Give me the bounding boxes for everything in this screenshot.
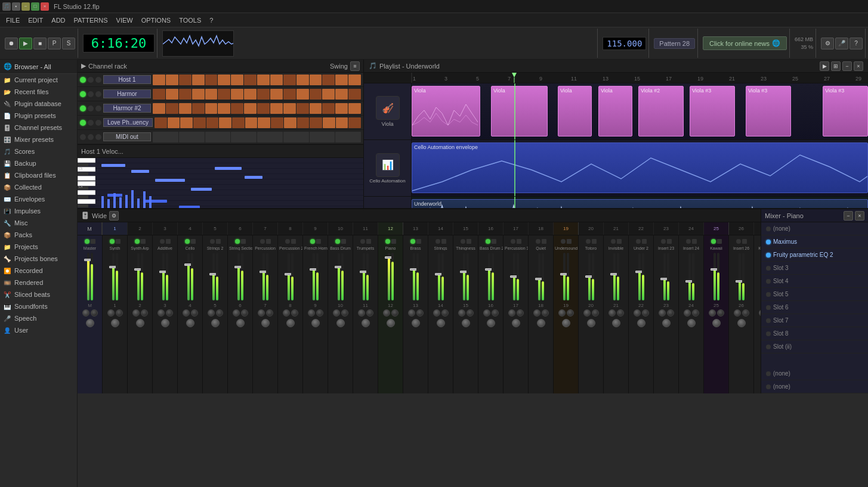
pattern-block[interactable] [335, 103, 348, 114]
pattern-block[interactable] [244, 89, 257, 100]
insert-slot-maximus[interactable]: Maximus [761, 235, 868, 249]
pattern-block[interactable] [323, 117, 335, 128]
clip-cello-automation[interactable]: Cello Automation envelope [412, 142, 868, 193]
pattern-block[interactable] [348, 103, 361, 114]
ch-mute[interactable] [467, 239, 471, 244]
ch-knob-1[interactable] [458, 309, 465, 317]
ch-pan-knob[interactable] [712, 319, 721, 327]
ch-led[interactable] [335, 239, 340, 244]
ch-knob-2[interactable] [667, 309, 674, 317]
pattern-block[interactable] [348, 89, 361, 100]
mixer-channel-23[interactable]: Insert 23 23 [654, 235, 679, 393]
ch-knob-2[interactable] [692, 309, 699, 317]
ch-knob-1[interactable] [132, 309, 140, 317]
ch-led[interactable] [210, 239, 215, 244]
ch-knob-2[interactable] [341, 309, 348, 317]
track-content-viola[interactable]: Viola Viola Viola [412, 83, 868, 139]
ch-led[interactable] [310, 239, 315, 244]
channel-led[interactable] [80, 120, 86, 126]
mixer-channel-22[interactable]: Under 2 22 [629, 235, 654, 393]
channel-led[interactable] [80, 106, 86, 111]
channel-name-midi[interactable]: MIDI out [103, 132, 151, 141]
pattern-block[interactable] [310, 89, 322, 100]
ch-pan-knob[interactable] [487, 319, 495, 327]
pattern-block[interactable] [322, 103, 335, 114]
ch-knob-1[interactable] [709, 309, 716, 317]
mixer-channel-6[interactable]: String Section 6 [228, 235, 253, 393]
ch-mute[interactable] [266, 239, 271, 244]
ch-mute[interactable] [316, 239, 321, 244]
clip-viola-3[interactable]: Viola [558, 86, 592, 137]
pattern-block[interactable] [257, 132, 283, 142]
ch-led[interactable] [561, 239, 566, 244]
fader-knob[interactable] [761, 271, 761, 273]
mixer-channel-19[interactable]: Undersound 19 [554, 235, 579, 393]
ch-knob-2[interactable] [742, 309, 749, 317]
ch-mute[interactable] [592, 239, 597, 244]
sidebar-item-speech[interactable]: 🎤 Speech [0, 312, 77, 324]
ch-knob-1[interactable] [208, 309, 215, 317]
pattern-block[interactable] [310, 132, 335, 142]
pattern-block[interactable] [257, 103, 270, 114]
ch-mute[interactable] [517, 239, 521, 244]
ch-knob-2[interactable] [717, 309, 724, 317]
ch-knob-1[interactable] [258, 309, 265, 317]
note-grid[interactable] [95, 158, 363, 208]
mixer-channel-26[interactable]: Insert 26 26 [729, 235, 754, 393]
pattern-block[interactable] [244, 75, 257, 85]
ch-knob-1[interactable] [558, 309, 566, 317]
pattern-block[interactable] [232, 117, 245, 128]
pattern-block[interactable] [310, 75, 322, 85]
mixer-channel-14[interactable]: Strings 14 [428, 235, 453, 393]
insert-slot-6[interactable]: Slot 6 [761, 301, 868, 314]
ch-knob-2[interactable] [291, 309, 298, 317]
pattern-block[interactable] [310, 103, 322, 114]
pattern-block[interactable] [283, 89, 296, 100]
sidebar-item-clipboard[interactable]: 📋 Clipboard files [0, 169, 77, 181]
menu-options[interactable]: OPTIONS [138, 15, 175, 25]
insert-slot-5[interactable]: Slot 5 [761, 288, 868, 301]
mixer-channel-24[interactable]: Insert 24 24 [679, 235, 704, 393]
channel-solo[interactable] [95, 91, 101, 97]
ch-mute[interactable] [391, 239, 396, 244]
ch-pan-knob[interactable] [161, 319, 169, 327]
pattern-block[interactable] [284, 117, 296, 128]
channel-solo[interactable] [95, 106, 101, 111]
sidebar-item-soundfonts[interactable]: 🎹 Soundfonts [0, 300, 77, 312]
sidebar-item-mixer-presets[interactable]: 🎛️ Mixer presets [0, 134, 77, 145]
pattern-block[interactable] [348, 117, 361, 128]
note[interactable] [245, 176, 262, 179]
mixer-channel-21[interactable]: Invisible 21 [604, 235, 629, 393]
minimize-button[interactable]: − [21, 2, 30, 11]
pattern-block[interactable] [335, 132, 361, 142]
mixer-channel-12[interactable]: Piano 12 [378, 235, 403, 393]
bpm-display[interactable]: 115.000 [603, 37, 646, 50]
pattern-block[interactable] [283, 75, 296, 85]
track-content-cello[interactable]: Cello Automation envelope [412, 140, 868, 196]
ch-mute[interactable] [366, 239, 371, 244]
ch-pan-knob[interactable] [587, 319, 595, 327]
sidebar-item-envelopes[interactable]: ✉️ Envelopes [0, 193, 77, 205]
pattern-block[interactable] [166, 89, 178, 100]
pattern-block[interactable] [179, 89, 191, 100]
menu-tools[interactable]: TOOLS [175, 15, 205, 25]
ch-pan-knob[interactable] [687, 319, 696, 327]
ch-mute[interactable] [166, 239, 171, 244]
sidebar-item-misc[interactable]: 🔧 Misc [0, 217, 77, 229]
pattern-block[interactable] [270, 103, 283, 114]
pattern-block[interactable] [168, 117, 180, 128]
menu-view[interactable]: VIEW [113, 15, 137, 25]
ch-led[interactable] [461, 239, 465, 244]
menu-patterns[interactable]: PATTERNS [70, 15, 112, 25]
ch-led[interactable] [135, 239, 140, 244]
ch-mute[interactable] [416, 239, 421, 244]
ch-led[interactable] [711, 239, 716, 244]
playlist-btn-2[interactable]: ⊞ [831, 61, 841, 71]
ch-pan-knob[interactable] [462, 319, 470, 327]
insert-slot-7[interactable]: Slot 7 [761, 314, 868, 327]
mixer-settings[interactable]: ⚙ [109, 211, 119, 221]
ch-knob-2[interactable] [592, 309, 599, 317]
sidebar-item-backup[interactable]: 💾 Backup [0, 157, 77, 169]
channel-led[interactable] [80, 91, 86, 97]
menu-help[interactable]: ? [206, 15, 217, 25]
